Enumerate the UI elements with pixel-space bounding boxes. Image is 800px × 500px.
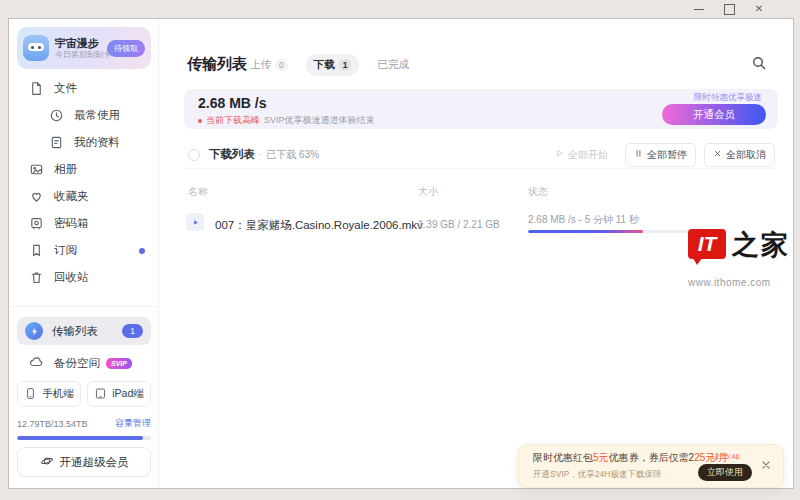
open-membership-button[interactable]: 开通会员 <box>662 104 766 125</box>
app-window: 宇宙漫步 今日奖励刮刮卡 待领取 文件 最常使用 我的资料 <box>8 18 794 489</box>
current-speed: 2.68 MB /s <box>198 95 266 111</box>
file-status: 2.68 MB /s - 5 分钟 11 秒 <box>528 213 639 227</box>
sidebar-item-label: 最常使用 <box>74 108 120 123</box>
clock-icon <box>49 108 64 123</box>
safe-icon <box>29 216 44 231</box>
sidebar-item-vault[interactable]: 密码箱 <box>9 210 159 237</box>
toast-text-segment: 优惠券，券后仅需2 <box>609 452 695 463</box>
tab-label: 上传 <box>250 58 271 72</box>
user-subtitle: 今日奖励刮刮卡 <box>55 50 111 60</box>
close-icon[interactable]: ✕ <box>752 3 766 15</box>
sidebar-item-recent[interactable]: 最常使用 <box>9 102 159 129</box>
countdown-timer: 13:35:46 <box>697 452 753 461</box>
cloud-icon <box>29 354 44 373</box>
toast-headline: 限时优惠红包5元优惠券，券后仅需225元/月 <box>533 451 695 465</box>
table-row[interactable]: 007：皇家赌场.Casino.Royale.2006.mkv 1.39 GB … <box>184 205 775 245</box>
titlebar: ✕ <box>0 0 800 18</box>
sidebar: 宇宙漫步 今日奖励刮刮卡 待领取 文件 最常使用 我的资料 <box>9 19 159 488</box>
sidebar-item-albums[interactable]: 相册 <box>9 156 159 183</box>
device-button-label: iPad端 <box>112 387 144 401</box>
sidebar-nav: 文件 最常使用 我的资料 相册 收藏夹 <box>9 75 159 291</box>
heart-icon <box>29 189 44 204</box>
sidebar-item-my-docs[interactable]: 我的资料 <box>9 129 159 156</box>
alert-dot-icon <box>198 119 202 123</box>
tab-completed[interactable]: 已完成 <box>369 54 417 76</box>
sidebar-item-label: 备份空间 <box>54 356 100 371</box>
download-list-title: 下载列表 <box>209 147 255 162</box>
file-icon <box>29 81 44 96</box>
action-label: 全部开始 <box>568 148 608 162</box>
user-card[interactable]: 宇宙漫步 今日奖励刮刮卡 待领取 <box>17 27 151 69</box>
planet-icon <box>40 454 54 470</box>
profile-icon <box>49 135 64 150</box>
user-name: 宇宙漫步 <box>55 37 111 50</box>
sidebar-item-recycle-bin[interactable]: 回收站 <box>9 264 159 291</box>
tab-download[interactable]: 下载 1 <box>306 54 360 76</box>
sidebar-item-label: 文件 <box>54 81 77 96</box>
action-label: 全部取消 <box>726 148 766 162</box>
sidebar-item-label: 我的资料 <box>74 135 120 150</box>
sidebar-item-backup-space[interactable]: 备份空间 SVIP <box>17 351 151 375</box>
toast-text-segment: 限时优惠红包 <box>533 452 593 463</box>
lightning-icon <box>25 322 43 340</box>
use-now-button[interactable]: 立即使用 <box>698 464 752 481</box>
sidebar-item-files[interactable]: 文件 <box>9 75 159 102</box>
action-label: 全部暂停 <box>647 148 687 162</box>
separator-dot: · <box>259 149 262 160</box>
play-icon <box>555 149 564 160</box>
storage-manage-link[interactable]: 容量管理 <box>115 417 151 430</box>
file-progress-bar <box>528 230 710 233</box>
sidebar-item-subscriptions[interactable]: 订阅 <box>9 237 159 264</box>
tab-label: 下载 <box>314 58 335 72</box>
transfer-count-badge: 1 <box>122 324 143 338</box>
phone-client-button[interactable]: 手机端 <box>17 381 81 407</box>
ithome-watermark: IT 之家 www.ithome.com <box>688 229 800 288</box>
file-size: 1.39 GB / 2.21 GB <box>418 219 500 230</box>
device-buttons: 手机端 iPad端 <box>17 381 151 407</box>
file-name: 007：皇家赌场.Casino.Royale.2006.mkv <box>215 218 423 233</box>
app-screen: ✕ 宇宙漫步 今日奖励刮刮卡 待领取 文件 最常使用 <box>0 0 800 500</box>
upgrade-membership-button[interactable]: 开通超级会员 <box>17 447 151 477</box>
tab-count: 0 <box>275 59 288 71</box>
album-icon <box>29 162 44 177</box>
ithome-logo: IT <box>688 229 726 259</box>
downloaded-percent-text: 已下载 63% <box>266 148 319 162</box>
sidebar-item-favorites[interactable]: 收藏夹 <box>9 183 159 210</box>
ithome-url: www.ithome.com <box>688 277 800 288</box>
storage-usage: 12.79TB/13.54TB <box>17 419 88 429</box>
sidebar-item-label: 收藏夹 <box>54 189 89 204</box>
main-panel: 传输列表 上传 0 下载 1 已完成 2.68 MB /s <box>160 19 793 488</box>
sidebar-item-label: 传输列表 <box>52 324 122 339</box>
sidebar-item-label: 相册 <box>54 162 77 177</box>
tab-upload[interactable]: 上传 0 <box>242 54 296 76</box>
minimize-icon[interactable] <box>692 3 706 15</box>
transfer-tabs: 上传 0 下载 1 已完成 <box>242 54 417 76</box>
avatar <box>23 35 49 61</box>
page-title: 传输列表 <box>187 55 247 74</box>
ipad-client-button[interactable]: iPad端 <box>87 381 151 407</box>
sidebar-divider <box>9 306 159 307</box>
svip-badge: SVIP <box>106 358 132 369</box>
maximize-icon[interactable] <box>722 3 736 15</box>
storage-progress-bar <box>17 436 151 440</box>
promo-hint: 限时特惠优享极速 <box>694 92 762 104</box>
sidebar-item-label: 订阅 <box>54 243 77 258</box>
search-icon[interactable] <box>751 55 769 73</box>
tab-count: 1 <box>339 59 352 71</box>
sidebar-item-transfer-list[interactable]: 传输列表 1 <box>17 317 151 345</box>
cancel-all-button[interactable]: 全部取消 <box>704 143 775 167</box>
download-list-controls: 下载列表 · 已下载 63% 全部开始 全部暂停 全部取消 <box>184 147 775 169</box>
claim-badge[interactable]: 待领取 <box>107 40 145 57</box>
toast-close-icon[interactable] <box>759 458 775 474</box>
notification-dot <box>139 248 145 254</box>
resume-play-icon[interactable] <box>186 213 204 231</box>
tab-label: 已完成 <box>377 58 409 72</box>
select-all-checkbox[interactable] <box>188 149 200 161</box>
start-all-button[interactable]: 全部开始 <box>546 143 617 167</box>
pause-icon <box>634 149 643 160</box>
column-status: 状态 <box>528 185 548 199</box>
peak-alert-detail: SVIP优享极速通道体验结束 <box>264 114 375 127</box>
ithome-brand-text: 之家 <box>732 229 790 261</box>
pause-all-button[interactable]: 全部暂停 <box>625 143 696 167</box>
bookmark-icon <box>29 243 44 258</box>
